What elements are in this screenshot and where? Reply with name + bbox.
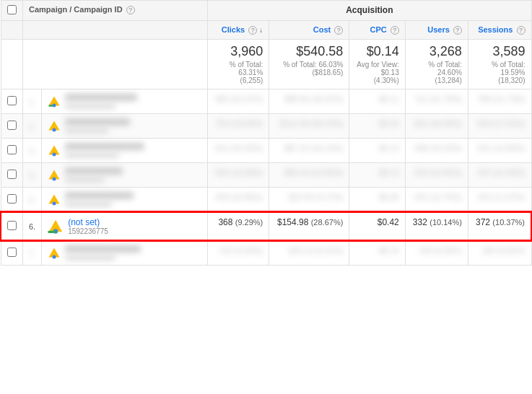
row-checkbox[interactable]: [7, 194, 17, 203]
highlighted-row-users: 332 (10.14%): [405, 212, 468, 240]
summary-checkbox-cell: [1, 40, 23, 89]
summary-cost: $540.58 % of Total: 66.03% ($818.65): [269, 40, 349, 89]
row-users: 601 (18.39%): [405, 114, 468, 139]
row-cost: $98.45 (18.22%): [269, 89, 349, 114]
sessions-help-icon[interactable]: ?: [517, 26, 526, 35]
row-sessions: 643 (17.91%): [468, 114, 531, 139]
row-sessions: 180 (5.02%): [468, 240, 531, 266]
row-users: 415 (12.70%): [405, 188, 468, 213]
row-num: 2.: [23, 114, 42, 139]
highlighted-row-campaign: (not set) 1592236775: [42, 212, 208, 240]
campaign-help-icon[interactable]: ?: [126, 6, 135, 14]
row-checkbox-cell[interactable]: [1, 89, 23, 114]
row-checkbox-cell[interactable]: [1, 139, 23, 163]
row-cost: $22.55 (4.17%): [269, 188, 349, 213]
campaign-header: Campaign / Campaign ID ?: [23, 1, 208, 21]
row-num: 3.: [23, 139, 42, 163]
highlighted-checkbox-cell[interactable]: [1, 212, 23, 240]
row-clicks: 210 (5.30%): [208, 240, 269, 266]
users-help-icon[interactable]: ?: [453, 26, 462, 35]
row-users: 410 (12.55%): [405, 163, 468, 188]
row-clicks: 890 (22.47%): [208, 89, 269, 114]
row-num: 4.: [23, 163, 42, 188]
row-cost: $65.10 (12.05%): [269, 163, 349, 188]
clicks-col-header[interactable]: Clicks ? ↓: [208, 21, 269, 40]
row-checkbox[interactable]: [7, 121, 17, 130]
clicks-help-icon[interactable]: ?: [248, 26, 257, 35]
summary-users: 3,268 % of Total: 24.60% (13,284): [405, 40, 468, 89]
row-campaign: [42, 114, 208, 139]
google-ads-icon: [48, 144, 61, 157]
row-checkbox-cell[interactable]: [1, 114, 23, 139]
header-checkbox[interactable]: [7, 5, 17, 14]
cost-help-icon[interactable]: ?: [334, 26, 343, 35]
summary-clicks: 3,960 % of Total: 63.31% (6,255): [208, 40, 269, 89]
row-checkbox-cell[interactable]: [1, 188, 23, 213]
table-row: 7. 210 (5.30%) $34.12 (6.31%) $0.16 165 …: [1, 240, 531, 266]
row-users: 498 (15.24%): [405, 139, 468, 163]
row-num: 7.: [23, 240, 42, 266]
row-clicks: 754 (19.04%): [208, 114, 269, 139]
row-checkbox[interactable]: [7, 170, 17, 179]
row-checkbox[interactable]: [7, 145, 17, 154]
row-cpc: $0.11: [349, 89, 405, 114]
row-cost: $34.12 (6.31%): [269, 240, 349, 266]
highlighted-row-sessions: 372 (10.37%): [468, 212, 531, 240]
sessions-col-header[interactable]: Sessions ?: [468, 21, 531, 40]
table-row: 4. 502 (12.68%) $65.10 (12.05%) $0.13 41…: [1, 163, 531, 188]
summary-cpc: $0.14 Avg for View: $0.13 (4.30%): [349, 40, 405, 89]
cpc-col-header[interactable]: CPC ?: [349, 21, 405, 40]
row-clicks: 502 (12.68%): [208, 163, 269, 188]
row-checkbox[interactable]: [7, 248, 17, 257]
summary-sessions: 3,589 % of Total: 19.59% (18,320): [468, 40, 531, 89]
row-campaign: [42, 188, 208, 213]
row-clicks: 612 (15.45%): [208, 139, 269, 163]
row-cpc: $0.16: [349, 240, 405, 266]
google-ads-icon: [48, 169, 61, 182]
row-users: 165 (5.05%): [405, 240, 468, 266]
row-sessions: 780 (21.73%): [468, 89, 531, 114]
cpc-help-icon[interactable]: ?: [391, 26, 399, 35]
summary-campaign-cell: [23, 40, 208, 89]
google-ads-icon: [48, 219, 64, 235]
google-ads-icon: [48, 193, 61, 206]
row-clicks: 434 (10.96%): [208, 188, 269, 213]
row-sessions: 531 (14.80%): [468, 139, 531, 163]
table-row: 2. 754 (19.04%) $112.30 (20.79%) $0.15 6…: [1, 114, 531, 139]
svg-point-2: [53, 152, 56, 156]
users-col-header[interactable]: Users ?: [405, 21, 468, 40]
row-checkbox-cell[interactable]: [1, 240, 23, 266]
row-cpc: $0.13: [349, 163, 405, 188]
cost-col-header[interactable]: Cost ?: [269, 21, 349, 40]
row-sessions: 447 (12.46%): [468, 163, 531, 188]
highlighted-row-clicks: 368 (9.29%): [208, 212, 269, 240]
row-campaign: [42, 240, 208, 266]
row-campaign: [42, 163, 208, 188]
highlighted-row-cost: $154.98 (28.67%): [269, 212, 349, 240]
row-num: 5.: [23, 188, 42, 213]
google-ads-icon: [48, 247, 61, 260]
summary-row: 3,960 % of Total: 63.31% (6,255) $540.58…: [1, 40, 531, 89]
row-checkbox-cell[interactable]: [1, 163, 23, 188]
row-checkbox[interactable]: [7, 96, 17, 105]
google-ads-icon: [48, 120, 61, 133]
acquisition-header: Acquisition: [208, 1, 531, 21]
svg-point-1: [53, 128, 56, 131]
row-sessions: 415 (11.57%): [468, 188, 531, 213]
table-row: 5. 434 (10.96%) $22.55 (4.17%) $0.05 415…: [1, 188, 531, 213]
row-users: 712 (21.79%): [405, 89, 468, 114]
google-ads-icon: [48, 95, 61, 108]
row-cost: $87.22 (16.14%): [269, 139, 349, 163]
row-cpc: $0.14: [349, 139, 405, 163]
svg-point-3: [53, 177, 56, 180]
campaign-header-label: Campaign / Campaign ID: [29, 5, 123, 14]
highlighted-row-cpc: $0.42: [349, 212, 405, 240]
row-num: 1.: [23, 89, 42, 114]
highlighted-row-checkbox[interactable]: [7, 221, 17, 230]
svg-point-4: [53, 201, 56, 205]
row-cpc: $0.15: [349, 114, 405, 139]
table-row: 1. 890 (22.47%) $98.45 (18.22%) $0.11 71…: [1, 89, 531, 114]
clicks-sort-icon[interactable]: ↓: [259, 26, 263, 34]
select-all-checkbox[interactable]: [1, 1, 23, 21]
campaign-col-header: [23, 21, 208, 40]
